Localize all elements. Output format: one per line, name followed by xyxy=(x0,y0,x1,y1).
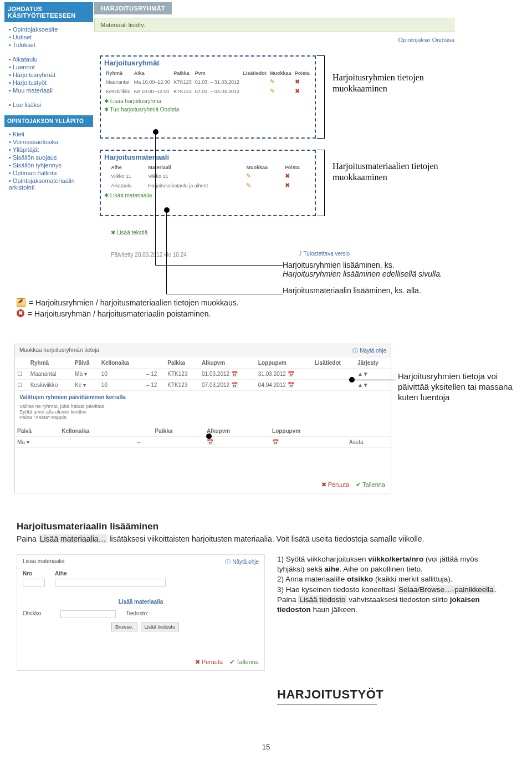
add-file-button[interactable]: Lisää tiedosto xyxy=(141,623,180,631)
note-line: Harjoitusmateriaalin lisääminen, ks. all… xyxy=(283,286,421,295)
sidebar-item[interactable]: Opintojaksomateriaalin arkistointi xyxy=(9,177,93,191)
link-help[interactable]: ⓘ Näytä ohje xyxy=(225,558,259,566)
sidebar-item[interactable]: Aikataulu xyxy=(9,55,93,63)
sub-title: Lisää materiaalia xyxy=(119,599,163,605)
updated-label: Päivitetty 20.03.2012 klo 10.24 xyxy=(111,252,187,258)
th: Alkupvm xyxy=(200,358,256,369)
cell xyxy=(104,171,109,181)
cell: Viikko 11 xyxy=(109,171,146,181)
th: Lisätiedot xyxy=(241,69,268,77)
materials-table: Aihe Materiaali Muokkaa Poista Viikko 11… xyxy=(104,164,311,190)
delete-icon[interactable]: ✖ xyxy=(285,172,290,179)
delete-icon: ✖ xyxy=(17,309,24,317)
link-help[interactable]: ⓘ Näytä ohje xyxy=(352,347,386,355)
save-button[interactable]: ✔ Tallenna xyxy=(229,659,259,666)
dialog-title: Lisää materiaalia xyxy=(23,558,65,566)
hint: Valitse ne ryhmät, joita haluat päivittä… xyxy=(15,404,391,420)
leader-line xyxy=(166,210,167,294)
aihe-input[interactable] xyxy=(55,579,166,586)
link-oodi[interactable]: Opintojakso Oodissa xyxy=(398,37,455,43)
link-add-text[interactable]: Lisää tekstiä xyxy=(111,227,147,236)
save-button[interactable]: ✔ Tallenna xyxy=(356,481,385,488)
cell: KTK123 xyxy=(172,86,193,96)
link-import-oodi[interactable]: Tuo harjoitusryhmiä Oodista xyxy=(104,106,179,113)
sidebar-item[interactable]: Harjoitusryhmät xyxy=(9,71,93,79)
th: Järjesty xyxy=(355,358,391,369)
sidebar-item[interactable]: Kieli xyxy=(9,130,93,138)
sidebar: JOHDATUS KÄSITYÖTIETEESEEN Opintojaksoes… xyxy=(4,2,93,198)
th xyxy=(104,164,109,171)
link-print[interactable]: Tulostettava versio xyxy=(299,251,350,257)
callout-batch-update: Harjoitusryhmien tietoja voi päivittää y… xyxy=(398,371,520,402)
panel-title: Harjoitusmateriaali xyxy=(104,153,311,161)
edit-icon[interactable]: ✎ xyxy=(270,78,275,85)
delete-icon[interactable]: ✖ xyxy=(285,182,290,188)
th: Paikka xyxy=(172,69,193,77)
link-add-group[interactable]: Lisää harjoitusryhmä xyxy=(104,98,161,104)
lbl-tiedosto: Tiedosto: xyxy=(126,610,149,618)
groups-table: Ryhmä Aika Paikka Pvm Lisätiedot Muokkaa… xyxy=(104,69,311,96)
sidebar-item[interactable]: Lue lisäksi xyxy=(9,101,93,109)
th: Ryhmä xyxy=(104,69,132,77)
link-add-material[interactable]: Lisää materiaalia xyxy=(104,192,152,198)
th: Lisätiedot xyxy=(313,358,355,369)
otsikko-input[interactable] xyxy=(60,610,116,618)
table-row: Viikko 11 Viikko 11 ✎ ✖ xyxy=(104,171,311,181)
sidebar-tab-admin[interactable]: OPINTOJAKSON YLLÄPITO xyxy=(4,115,93,127)
edit-icon[interactable]: ✎ xyxy=(246,182,251,188)
leader-line xyxy=(166,294,283,294)
sidebar-item[interactable]: Uutiset xyxy=(9,33,93,41)
th: Loppupvm xyxy=(256,358,313,369)
delete-icon[interactable]: ✖ xyxy=(295,88,300,94)
nro-input[interactable] xyxy=(23,579,45,586)
sidebar-item[interactable]: Sisällön tyhjennys xyxy=(9,161,93,169)
bracket-icon xyxy=(317,150,325,216)
edit-icon xyxy=(17,298,25,307)
callout-materials-edit: Harjoitusmateriaalien tietojen muokkaami… xyxy=(332,161,460,183)
browse-button[interactable]: Browse. xyxy=(111,623,137,631)
cell: 01.03. – 31.03.2012 xyxy=(193,77,241,86)
th: Materiaali xyxy=(146,164,244,171)
aseta-button[interactable]: Aseta xyxy=(349,439,364,445)
heading-harjoitustyot: HARJOITUSTYÖT xyxy=(277,687,383,702)
sidebar-tab-course[interactable]: JOHDATUS KÄSITYÖTIETEESEEN xyxy=(4,2,93,22)
sidebar-item[interactable]: Opintojaksoesite xyxy=(9,25,93,33)
cancel-button[interactable]: ✖ Peruuta xyxy=(321,481,350,488)
panel-harjoitusryhmat: Harjoitusryhmät Ryhmä Aika Paikka Pvm Li… xyxy=(100,55,316,139)
sidebar-item[interactable]: Harjoitustyöt xyxy=(9,79,93,86)
th: Poista xyxy=(283,164,311,171)
sidebar-item[interactable]: Muu materiaali xyxy=(9,86,93,94)
sidebar-item[interactable]: Luennot xyxy=(9,63,93,71)
th: Alkupvm xyxy=(204,426,270,437)
legend-del-text: = Harjoitusryhmän / harjoitusmateriaalin… xyxy=(28,309,211,318)
edit-icon[interactable]: ✎ xyxy=(270,88,275,94)
tab-harjoitusryhmat[interactable]: HARJOITUSRYHMÄT xyxy=(94,2,172,14)
dialog-title: Muokkaa harjoitusryhmän tietoja xyxy=(19,347,99,355)
th: Kellonaika xyxy=(59,426,135,437)
divider xyxy=(277,704,377,705)
sidebar-item[interactable]: Optiman hallinta xyxy=(9,169,93,177)
sidebar-nav-4: Kieli Voimassaoloaika Ylläpitäjät Sisäll… xyxy=(9,130,93,191)
cancel-button[interactable]: ✖ Peruuta xyxy=(195,659,223,666)
delete-icon[interactable]: ✖ xyxy=(295,78,300,85)
legend: = Harjoitusryhmien / harjoitusmateriaali… xyxy=(17,298,239,320)
table-row: Maanantai Ma 10.00–12.00 KTK123 01.03. –… xyxy=(104,77,311,86)
notes-right: Harjoitusryhmien lisääminen, ks. Harjoit… xyxy=(283,261,515,295)
col-nro: Nro xyxy=(23,570,45,577)
lbl-otsikko: Otsikko xyxy=(23,610,50,618)
th: Muokkaa xyxy=(268,69,293,77)
th: Paikka xyxy=(153,426,204,437)
note-line-italic: Harjoitusryhmien lisääminen edellisellä … xyxy=(283,269,442,278)
cell: Harjoitusaikataulu ja aiheet xyxy=(146,181,244,190)
sidebar-item[interactable]: Sisällön suojaus xyxy=(9,154,93,161)
edit-icon[interactable]: ✎ xyxy=(246,172,251,179)
sidebar-item[interactable]: Tulokset xyxy=(9,41,93,49)
th: Päivä xyxy=(15,426,59,437)
leader-line xyxy=(155,130,156,265)
instructions: 1) Syötä viikkoharjoituksen viikko/kerta… xyxy=(277,554,499,615)
th: Aika xyxy=(132,69,172,77)
sidebar-item[interactable]: Voimassaoloaika xyxy=(9,138,93,146)
screenshot-add-material: Lisää materiaalia ⓘ Näytä ohje Nro Aihe … xyxy=(17,554,265,671)
sidebar-item[interactable]: Ylläpitäjät xyxy=(9,146,93,154)
table-row: Aikataulu Harjoitusaikataulu ja aiheet ✎… xyxy=(104,181,311,190)
